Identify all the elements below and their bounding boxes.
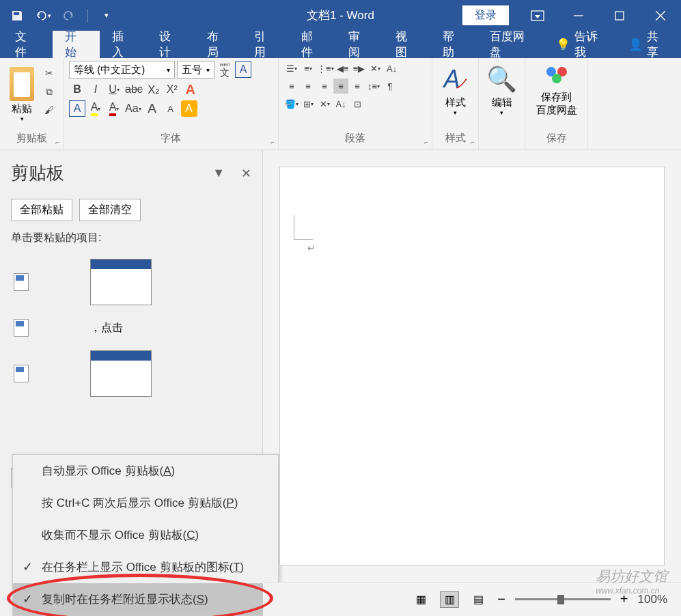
- increase-indent-icon[interactable]: ≡▶: [352, 61, 367, 76]
- tab-review[interactable]: 审阅: [336, 31, 383, 58]
- menu-auto-show[interactable]: 自动显示 Office 剪贴板(A): [13, 455, 278, 487]
- zoom-out-icon[interactable]: −: [497, 591, 505, 607]
- clipboard-item[interactable]: [11, 345, 251, 402]
- bold-button[interactable]: B: [69, 81, 85, 98]
- minimize-icon[interactable]: [558, 0, 599, 31]
- pane-close-icon[interactable]: ✕: [241, 166, 251, 181]
- strikethrough-button[interactable]: abc: [124, 81, 143, 98]
- font-dialog-launcher-icon[interactable]: ⌐: [270, 139, 275, 146]
- read-mode-icon[interactable]: ▦: [411, 591, 430, 608]
- menu-show-status[interactable]: 复制时在任务栏附近显示状态(S): [13, 583, 278, 615]
- menu-collect-no-show[interactable]: 收集而不显示 Office 剪贴板(C): [13, 519, 278, 551]
- paste-icon: [10, 67, 34, 101]
- tab-help[interactable]: 帮助: [430, 31, 477, 58]
- bullets-icon[interactable]: ☰▾: [284, 61, 299, 76]
- clipboard-item[interactable]: ，点击: [11, 313, 251, 342]
- justify-icon[interactable]: ≡: [333, 79, 348, 94]
- format-painter-icon[interactable]: 🖌: [41, 102, 57, 118]
- phonetic-guide-icon[interactable]: wén文: [217, 61, 233, 78]
- clipboard-item[interactable]: [11, 253, 251, 311]
- zoom-handle[interactable]: [557, 595, 564, 604]
- group-label-styles: 样式: [445, 132, 466, 147]
- undo-icon[interactable]: ▾: [33, 5, 53, 26]
- clipboard-dialog-launcher-icon[interactable]: ⌐: [55, 139, 59, 146]
- highlight-icon[interactable]: A▾: [87, 100, 104, 117]
- para-toggle-icon[interactable]: ⊡: [350, 96, 365, 111]
- sort-para-icon[interactable]: A↓: [333, 96, 348, 111]
- show-marks-icon[interactable]: ¶: [383, 79, 398, 94]
- copy-icon[interactable]: ⧉: [41, 83, 57, 100]
- redo-icon[interactable]: [59, 5, 79, 26]
- subscript-button[interactable]: X₂: [145, 81, 162, 98]
- zoom-slider[interactable]: [515, 598, 611, 600]
- styles-dialog-launcher-icon[interactable]: ⌐: [471, 139, 475, 146]
- menu-taskbar-icon[interactable]: 在任务栏上显示 Office 剪贴板的图标(T): [13, 551, 278, 583]
- tab-mailings[interactable]: 邮件: [289, 31, 336, 58]
- person-icon: 👤: [628, 38, 643, 52]
- snap-grid-icon[interactable]: ✕▾: [317, 96, 332, 111]
- char-shading-icon[interactable]: A: [69, 100, 85, 117]
- change-case-icon[interactable]: Aa▾: [124, 100, 142, 117]
- watermark-sub: www.xfan.com.cn: [596, 586, 667, 596]
- group-editing: 🔍 编辑 ▾ .: [479, 58, 525, 150]
- find-icon[interactable]: 🔍: [486, 65, 517, 94]
- italic-button[interactable]: I: [87, 81, 104, 98]
- maximize-icon[interactable]: [599, 0, 640, 31]
- align-left-icon[interactable]: ≡: [284, 79, 299, 94]
- qat-customize-icon[interactable]: ▾: [96, 5, 117, 26]
- save-icon[interactable]: [7, 5, 27, 26]
- login-button[interactable]: 登录: [462, 5, 509, 25]
- tab-baidu[interactable]: 百度网盘: [477, 31, 547, 58]
- asian-layout-icon[interactable]: ✕▾: [368, 61, 383, 76]
- cut-icon[interactable]: ✂: [41, 65, 57, 81]
- tab-view[interactable]: 视图: [383, 31, 430, 58]
- font-color-icon[interactable]: A▾: [106, 100, 122, 117]
- pane-dropdown-icon[interactable]: ▼: [212, 166, 225, 181]
- line-spacing-icon[interactable]: ↕≡▾: [366, 79, 381, 94]
- print-layout-icon[interactable]: ▥: [440, 591, 459, 608]
- tab-design[interactable]: 设计: [147, 31, 194, 58]
- paste-all-button[interactable]: 全部粘贴: [11, 199, 72, 221]
- ribbon-options-icon[interactable]: [517, 0, 558, 31]
- tab-references[interactable]: 引用: [242, 31, 289, 58]
- tell-me[interactable]: 💡 告诉我: [548, 31, 616, 58]
- styles-icon[interactable]: Aノ: [443, 65, 467, 94]
- underline-button[interactable]: U▾: [106, 81, 122, 98]
- sort-icon[interactable]: A↓: [385, 61, 400, 76]
- superscript-button[interactable]: X²: [164, 81, 180, 98]
- align-center-icon[interactable]: ≡: [301, 79, 316, 94]
- font-name-combo[interactable]: 等线 (中文正文)▾: [69, 61, 175, 79]
- distribute-icon[interactable]: ≡: [350, 79, 365, 94]
- numbering-icon[interactable]: ≡▾: [301, 61, 316, 76]
- shading-icon[interactable]: 🪣▾: [284, 96, 299, 111]
- tab-home[interactable]: 开始: [53, 31, 100, 58]
- ribbon-tabs: 文件 开始 插入 设计 布局 引用 邮件 审阅 视图 帮助 百度网盘 💡 告诉我…: [0, 31, 681, 58]
- quick-access-toolbar: ▾ ▾: [0, 5, 124, 26]
- multilevel-icon[interactable]: ⋮≡▾: [317, 61, 334, 76]
- share-button[interactable]: 👤 共享: [616, 31, 681, 58]
- enclose-char-icon[interactable]: A: [181, 100, 197, 117]
- close-icon[interactable]: [640, 0, 681, 31]
- tab-insert[interactable]: 插入: [100, 31, 147, 58]
- grow-font-icon[interactable]: A: [144, 100, 161, 117]
- web-layout-icon[interactable]: ▤: [469, 591, 488, 608]
- separator: [87, 9, 88, 23]
- document-area[interactable]: ↵: [279, 167, 665, 565]
- paste-button[interactable]: 粘贴 ▾: [5, 61, 38, 122]
- text-effects-icon[interactable]: A: [182, 81, 199, 98]
- tab-layout[interactable]: 布局: [195, 31, 242, 58]
- font-size-combo[interactable]: 五号▾: [177, 61, 214, 79]
- decrease-indent-icon[interactable]: ◀≡: [335, 61, 350, 76]
- borders-icon[interactable]: ⊞▾: [301, 96, 316, 111]
- paragraph-mark: ↵: [307, 242, 316, 253]
- group-styles: Aノ 样式 ▾ 样式 ⌐: [432, 58, 479, 150]
- clear-all-button[interactable]: 全部清空: [79, 199, 141, 221]
- align-right-icon[interactable]: ≡: [317, 79, 332, 94]
- image-clip-icon: [14, 365, 29, 382]
- tab-file[interactable]: 文件: [0, 31, 53, 58]
- shrink-font-icon[interactable]: A: [163, 100, 179, 117]
- char-border-icon[interactable]: A: [235, 61, 251, 78]
- paragraph-dialog-launcher-icon[interactable]: ⌐: [424, 139, 428, 146]
- baidu-cloud-icon[interactable]: [542, 65, 571, 87]
- menu-ctrl-c-twice[interactable]: 按 Ctrl+C 两次后显示 Office 剪贴版(P): [13, 487, 278, 519]
